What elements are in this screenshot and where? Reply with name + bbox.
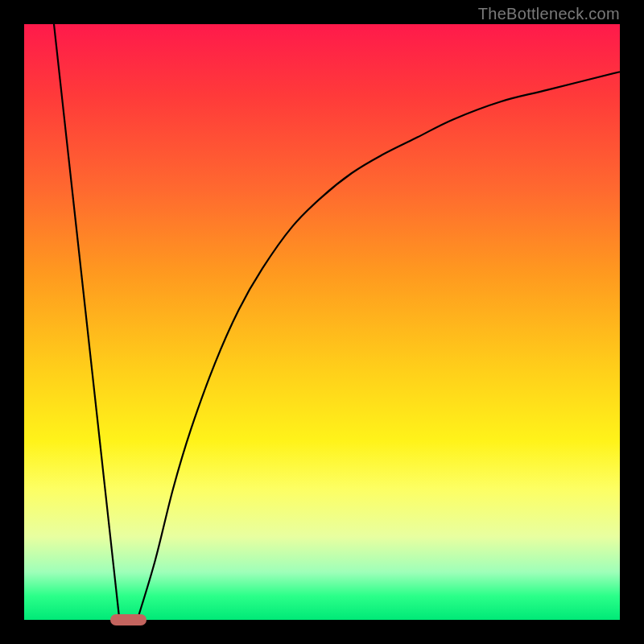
plot-area (24, 24, 620, 620)
minimum-marker (110, 614, 146, 625)
curve-left-branch (54, 24, 119, 620)
chart-frame: TheBottleneck.com (0, 0, 644, 644)
watermark-label: TheBottleneck.com (478, 5, 620, 23)
curve-layer (24, 24, 620, 620)
curve-right-branch (138, 72, 620, 620)
